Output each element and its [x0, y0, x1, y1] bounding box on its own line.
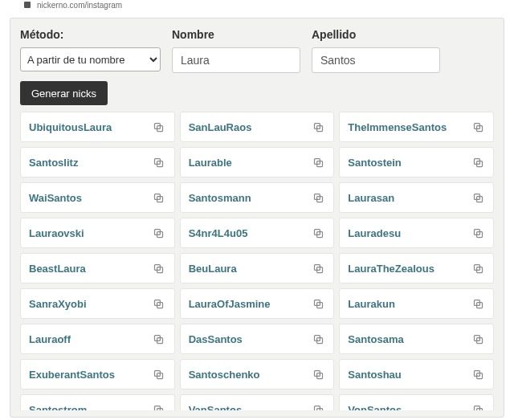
surname-label: Apellido — [312, 28, 440, 41]
nick-text: Laurasan — [348, 192, 469, 204]
copy-button[interactable] — [150, 224, 168, 242]
generator-panel: Método: A partir de tu nombre Nombre Ape… — [10, 18, 504, 418]
url-text: nickerno.com/instagram — [37, 1, 122, 10]
copy-button[interactable] — [469, 330, 487, 348]
nick-text: DasSantos — [189, 333, 310, 345]
nick-card: BeuLaura — [180, 253, 335, 283]
nick-text: VonSantos — [348, 404, 469, 411]
nick-text: ExuberantSantos — [29, 369, 150, 381]
copy-button[interactable] — [469, 295, 487, 312]
nick-text: S4nr4L4u05 — [189, 227, 310, 239]
copy-icon — [472, 192, 484, 204]
copy-icon — [472, 333, 484, 345]
copy-icon — [472, 121, 484, 133]
nick-card: Santoslitz — [20, 147, 175, 177]
nick-card: DasSantos — [180, 324, 335, 354]
copy-button[interactable] — [469, 118, 487, 136]
nick-card: Laurasan — [339, 182, 494, 213]
copy-icon — [472, 298, 484, 310]
copy-icon — [153, 227, 165, 239]
nick-text: BeastLaura — [29, 263, 150, 275]
copy-button[interactable] — [309, 259, 327, 277]
copy-icon — [312, 121, 324, 133]
nick-card: TheImmenseSantos — [339, 112, 494, 142]
nick-text: Santostein — [348, 157, 469, 169]
nick-text: Santosama — [348, 333, 469, 345]
nick-text: SanLauRaos — [189, 121, 310, 133]
copy-button[interactable] — [309, 365, 327, 383]
copy-button[interactable] — [309, 224, 327, 242]
nick-card: LauraTheZealous — [339, 253, 494, 283]
copy-icon — [472, 404, 484, 411]
surname-input[interactable] — [312, 47, 440, 73]
copy-button[interactable] — [469, 259, 487, 277]
copy-button[interactable] — [469, 189, 487, 206]
copy-icon — [153, 404, 165, 411]
nick-text: VanSantos — [189, 404, 310, 411]
nick-card: UbiquitousLaura — [20, 112, 175, 142]
nick-text: WaiSantos — [29, 192, 150, 204]
copy-button[interactable] — [309, 118, 327, 136]
lock-icon — [24, 2, 31, 8]
copy-icon — [153, 263, 165, 275]
copy-button[interactable] — [150, 189, 168, 206]
copy-button[interactable] — [469, 224, 487, 242]
generate-button[interactable]: Generar nicks — [20, 81, 108, 105]
copy-icon — [312, 333, 324, 345]
copy-button[interactable] — [309, 153, 327, 171]
copy-button[interactable] — [150, 330, 168, 348]
nick-card: Santosama — [339, 324, 494, 354]
copy-button[interactable] — [309, 295, 327, 312]
nick-card: Santoschenko — [180, 359, 335, 389]
nick-text: LauraTheZealous — [348, 263, 469, 275]
copy-button[interactable] — [309, 401, 327, 410]
nick-card: Santosmann — [180, 182, 335, 213]
nick-text: Santoshau — [348, 369, 469, 381]
nick-text: BeuLaura — [189, 263, 310, 275]
nick-card: ExuberantSantos — [20, 359, 175, 389]
nick-text: LauraOfJasmine — [189, 298, 310, 310]
nick-text: Lauradesu — [348, 227, 469, 239]
copy-icon — [312, 369, 324, 381]
copy-icon — [312, 157, 324, 169]
url-bar: nickerno.com/instagram — [0, 0, 514, 10]
nick-card: VanSantos — [180, 394, 335, 410]
nick-text: SanraXyobi — [29, 298, 150, 310]
nick-card: Lauradesu — [339, 218, 494, 248]
method-select[interactable]: A partir de tu nombre — [20, 47, 161, 71]
copy-icon — [153, 333, 165, 345]
nick-text: Santoschenko — [189, 369, 310, 381]
copy-icon — [472, 369, 484, 381]
nick-card: LauraOfJasmine — [180, 288, 335, 319]
nick-card: Laurakun — [339, 288, 494, 319]
copy-icon — [153, 369, 165, 381]
copy-button[interactable] — [469, 401, 487, 410]
nick-text: Santoslitz — [29, 157, 150, 169]
nick-card: Laurable — [180, 147, 335, 177]
nick-card: Santostein — [339, 147, 494, 177]
copy-button[interactable] — [150, 153, 168, 171]
name-input[interactable] — [172, 47, 300, 73]
nick-text: Lauraoff — [29, 333, 150, 345]
copy-button[interactable] — [150, 259, 168, 277]
copy-button[interactable] — [150, 118, 168, 136]
nick-card: WaiSantos — [20, 182, 175, 213]
nick-card: VonSantos — [339, 394, 494, 410]
copy-button[interactable] — [309, 189, 327, 206]
copy-button[interactable] — [150, 401, 168, 410]
nick-card: SanraXyobi — [20, 288, 175, 319]
nick-card: SanLauRaos — [180, 112, 335, 142]
copy-icon — [153, 298, 165, 310]
copy-button[interactable] — [150, 295, 168, 312]
copy-button[interactable] — [469, 153, 487, 171]
copy-button[interactable] — [309, 330, 327, 348]
nick-text: Santostrom — [29, 404, 150, 411]
form-row: Método: A partir de tu nombre Nombre Ape… — [20, 28, 494, 73]
nick-text: Laurakun — [348, 298, 469, 310]
copy-button[interactable] — [150, 365, 168, 383]
copy-button[interactable] — [469, 365, 487, 383]
copy-icon — [472, 157, 484, 169]
results-grid: UbiquitousLauraSanLauRaosTheImmenseSanto… — [20, 112, 494, 410]
copy-icon — [312, 263, 324, 275]
nick-card: Santoshau — [339, 359, 494, 389]
